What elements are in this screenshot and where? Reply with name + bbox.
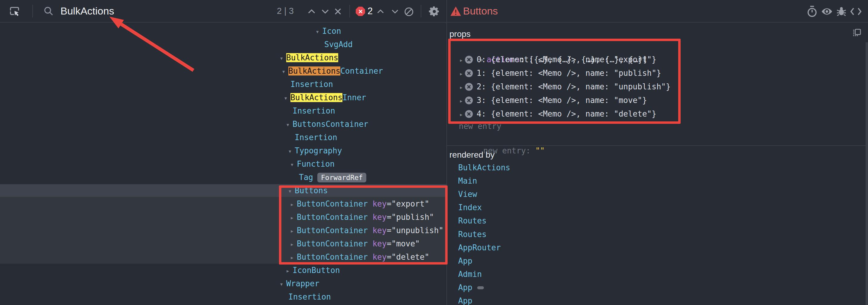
rendered-by-item[interactable]: AppRouter	[458, 241, 501, 254]
component-name: Admin	[458, 270, 482, 279]
inspect-dom-element-button[interactable]	[820, 5, 834, 18]
expand-arrow-icon[interactable]: ▸	[459, 83, 463, 91]
component-name: ButtonContainer	[297, 252, 372, 262]
rendered-by-item[interactable]: BulkActions	[458, 161, 510, 174]
tree-row[interactable]: ▸ButtonContainer key="delete"	[290, 250, 429, 264]
rendered-by-item[interactable]: View	[458, 188, 477, 201]
props-array-item-row[interactable]: ▸4: {element: <Memo />, name: "delete"}	[459, 107, 656, 121]
component-name: BulkActions	[458, 163, 510, 172]
collapse-arrow-icon[interactable]: ▾	[286, 118, 292, 131]
toolbar: BulkActions 2 | 3 2	[0, 0, 868, 23]
delete-entry-button[interactable]	[465, 69, 473, 77]
search-clear-button[interactable]	[332, 6, 344, 17]
props-array-item-row[interactable]: ▸1: {element: <Memo />, name: "publish"}	[459, 66, 661, 80]
tree-row[interactable]: ▾BulkActions	[280, 51, 338, 64]
circle-x-icon	[465, 110, 473, 118]
expand-arrow-icon[interactable]: ▸	[286, 264, 292, 277]
props-actions-row[interactable]: ▾actions: [{…}, {…}, {…}, {…}, {…}]	[452, 40, 647, 53]
component-name: ButtonContainer	[297, 199, 372, 208]
collapse-arrow-icon[interactable]: ▾	[282, 65, 288, 78]
expand-arrow-icon[interactable]: ▸	[290, 198, 297, 211]
settings-button[interactable]	[427, 5, 441, 18]
rendered-by-item[interactable]: App	[458, 254, 472, 268]
tree-row[interactable]: ▾BulkActionsInner	[284, 91, 366, 104]
tree-row[interactable]: ▸ButtonContainer key="publish"	[290, 210, 434, 224]
expand-arrow-icon[interactable]: ▸	[290, 238, 297, 251]
tree-row[interactable]: ▾Buttons	[288, 184, 328, 197]
props-array-item-row[interactable]: ▸3: {element: <Memo />, name: "move"}	[459, 94, 647, 107]
react-devtools-window: BulkActions 2 | 3 2	[0, 0, 868, 305]
delete-entry-button[interactable]	[465, 83, 473, 91]
expand-arrow-icon[interactable]: ▸	[459, 70, 463, 77]
error-next-button[interactable]	[389, 7, 401, 16]
collapse-arrow-icon[interactable]: ▾	[315, 25, 322, 38]
collapse-arrow-icon[interactable]: ▾	[284, 92, 290, 105]
tree-row[interactable]: ▾Wrapper	[280, 277, 319, 290]
search-next-button[interactable]	[319, 7, 331, 16]
circle-x-icon	[465, 69, 473, 77]
tree-row[interactable]: Insertion	[288, 131, 337, 144]
inspect-element-button[interactable]	[8, 5, 21, 18]
tree-row[interactable]: ▾BulkActionsContainer	[282, 64, 383, 78]
dash-badge	[477, 286, 484, 289]
props-array-item-row[interactable]: ▸2: {element: <Memo />, name: "unpublish…	[459, 80, 671, 93]
view-source-button[interactable]	[849, 5, 863, 18]
select-element-icon	[8, 5, 21, 18]
rendered-by-item[interactable]: App	[458, 294, 472, 305]
suspend-component-button[interactable]	[805, 5, 819, 18]
tree-row[interactable]: Insertion	[282, 290, 331, 304]
tree-row[interactable]: SvgAdd	[318, 38, 353, 51]
delete-entry-button[interactable]	[465, 56, 473, 64]
new-entry-value-input[interactable]: ""	[535, 146, 545, 155]
tree-row[interactable]: ▾Function	[290, 157, 335, 171]
panel-divider[interactable]	[446, 0, 447, 305]
tree-row[interactable]: ▾Typography	[288, 144, 342, 157]
search-input[interactable]: BulkActions	[60, 0, 114, 22]
collapse-arrow-icon[interactable]: ▾	[290, 158, 297, 171]
expand-arrow-icon[interactable]: ▸	[459, 57, 463, 64]
circle-x-icon	[465, 56, 473, 64]
collapse-arrow-icon[interactable]: ▾	[280, 277, 286, 291]
component-name: BulkActions	[290, 93, 342, 102]
rendered-by-item[interactable]: Main	[458, 174, 477, 188]
rendered-by-item[interactable]: Routes	[458, 228, 487, 241]
component-name: Icon	[322, 27, 341, 36]
scrollbar[interactable]	[866, 42, 868, 305]
component-name: ButtonContainer	[297, 239, 372, 248]
copy-props-button[interactable]	[851, 28, 862, 38]
error-prev-button[interactable]	[375, 7, 386, 16]
log-component-data-button[interactable]	[834, 5, 848, 18]
rendered-by-item[interactable]: Admin	[458, 268, 482, 281]
expand-arrow-icon[interactable]: ▸	[290, 251, 297, 264]
tree-row[interactable]: Insertion	[284, 78, 333, 91]
collapse-arrow-icon[interactable]: ▾	[280, 52, 286, 65]
tree-row[interactable]: ▸IconButton	[286, 264, 340, 277]
rendered-by-item[interactable]: App	[458, 281, 484, 294]
clear-errors-button[interactable]	[403, 6, 415, 18]
tree-row[interactable]: ▸ButtonContainer key="export"	[290, 197, 429, 210]
expand-arrow-icon[interactable]: ▸	[459, 111, 463, 118]
tree-row[interactable]: ▸ButtonContainer key="unpublish"	[290, 224, 443, 237]
expand-arrow-icon[interactable]: ▸	[459, 97, 463, 104]
expand-arrow-icon[interactable]: ▸	[290, 211, 297, 224]
tree-row[interactable]: Insertion	[286, 104, 335, 117]
collapse-arrow-icon[interactable]: ▾	[288, 184, 295, 198]
tree-row[interactable]: ▾Icon	[315, 25, 341, 38]
props-new-entry-row[interactable]: new entry: ""	[455, 131, 545, 144]
rendered-by-item[interactable]: Routes	[458, 214, 487, 227]
delete-entry-button[interactable]	[465, 96, 473, 104]
prop-value: {element: <Memo />, name: "delete"}	[491, 109, 656, 118]
component-name: ButtonContainer	[297, 226, 372, 235]
component-name: BulkActions	[288, 66, 340, 75]
component-name: Typography	[295, 146, 342, 155]
tree-row[interactable]: ▸ButtonContainer key="move"	[290, 237, 420, 250]
tree-row[interactable]: TagForwardRef	[292, 171, 366, 184]
rendered-by-item[interactable]: Index	[458, 201, 482, 214]
expand-arrow-icon[interactable]: ▸	[290, 224, 297, 238]
delete-entry-button[interactable]	[465, 110, 473, 118]
search-prev-button[interactable]	[306, 7, 317, 16]
props-array-item-row[interactable]: ▸0: {element: <Memo />, name: "export"}	[459, 53, 656, 66]
collapse-arrow-icon[interactable]: ▾	[288, 145, 295, 158]
slash-circle-icon	[404, 7, 414, 17]
tree-row[interactable]: ▾ButtonsContainer	[286, 117, 368, 131]
